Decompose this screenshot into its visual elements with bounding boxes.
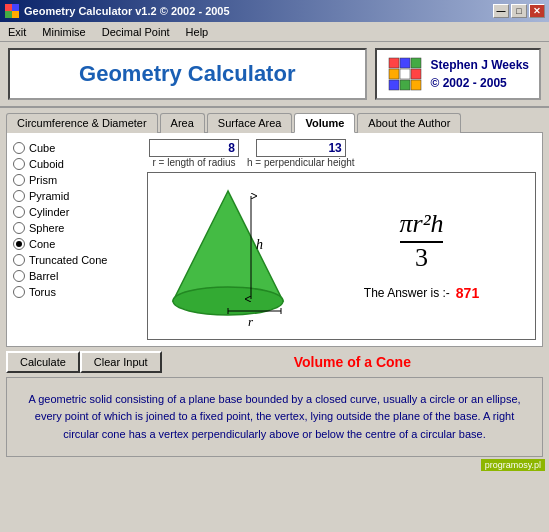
svg-rect-9 bbox=[411, 69, 421, 79]
shape-label-prism: Prism bbox=[29, 174, 57, 186]
radio-prism[interactable] bbox=[13, 174, 25, 186]
tab-area[interactable]: Area bbox=[160, 113, 205, 133]
description-area: A geometric solid consisting of a plane … bbox=[6, 377, 543, 457]
shape-list: Cube Cuboid Prism Pyramid Cylinder Spher… bbox=[13, 139, 143, 340]
svg-rect-3 bbox=[12, 11, 19, 18]
height-label: h = perpendicular height bbox=[247, 157, 355, 168]
svg-marker-13 bbox=[173, 191, 283, 301]
header-title-box: Geometry Calculator bbox=[8, 48, 367, 100]
calculate-button[interactable]: Calculate bbox=[6, 351, 80, 373]
right-panel: r = length of radius h = perpendicular h… bbox=[147, 139, 536, 340]
tab-circumference[interactable]: Circumference & Diameter bbox=[6, 113, 158, 133]
radio-torus[interactable] bbox=[13, 286, 25, 298]
header-area: Geometry Calculator Stephen J Weeks © 20… bbox=[0, 42, 549, 108]
answer-label: The Answer is :- bbox=[364, 286, 450, 300]
shape-label-cylinder: Cylinder bbox=[29, 206, 69, 218]
shape-item-prism[interactable]: Prism bbox=[13, 173, 143, 187]
tabs-bar: Circumference & Diameter Area Surface Ar… bbox=[0, 108, 549, 132]
radio-cone[interactable] bbox=[13, 238, 25, 250]
svg-rect-7 bbox=[389, 69, 399, 79]
svg-rect-11 bbox=[400, 80, 410, 90]
radio-cylinder[interactable] bbox=[13, 206, 25, 218]
answer-value: 871 bbox=[456, 285, 479, 301]
radius-label: r = length of radius bbox=[152, 157, 235, 168]
shape-name-display: Volume of a Cone bbox=[162, 354, 543, 370]
radio-barrel[interactable] bbox=[13, 270, 25, 282]
shape-item-cube[interactable]: Cube bbox=[13, 141, 143, 155]
shape-label-cuboid: Cuboid bbox=[29, 158, 64, 170]
shape-item-pyramid[interactable]: Pyramid bbox=[13, 189, 143, 203]
header-author-box: Stephen J Weeks © 2002 - 2005 bbox=[375, 48, 541, 100]
cone-svg: h r bbox=[163, 181, 293, 331]
answer-row: The Answer is :- 871 bbox=[358, 283, 485, 303]
main-content: Cube Cuboid Prism Pyramid Cylinder Spher… bbox=[6, 132, 543, 347]
maximize-button[interactable]: □ bbox=[511, 4, 527, 18]
shape-item-truncated-cone[interactable]: Truncated Cone bbox=[13, 253, 143, 267]
height-group: h = perpendicular height bbox=[247, 139, 355, 168]
tab-surface-area[interactable]: Surface Area bbox=[207, 113, 293, 133]
svg-rect-6 bbox=[411, 58, 421, 68]
radius-group: r = length of radius bbox=[149, 139, 239, 168]
app-title: Geometry Calculator bbox=[79, 61, 295, 87]
svg-rect-10 bbox=[389, 80, 399, 90]
author-copyright: © 2002 - 2005 bbox=[431, 74, 529, 92]
app-icon bbox=[4, 3, 20, 19]
cone-diagram: h r bbox=[148, 173, 308, 339]
shape-item-sphere[interactable]: Sphere bbox=[13, 221, 143, 235]
shape-label-truncated-cone: Truncated Cone bbox=[29, 254, 107, 266]
svg-rect-0 bbox=[5, 4, 12, 11]
author-info: Stephen J Weeks © 2002 - 2005 bbox=[431, 56, 529, 92]
radio-cube[interactable] bbox=[13, 142, 25, 154]
title-bar: Geometry Calculator v1.2 © 2002 - 2005 —… bbox=[0, 0, 549, 22]
radio-sphere[interactable] bbox=[13, 222, 25, 234]
radio-pyramid[interactable] bbox=[13, 190, 25, 202]
visualization-box: h r bbox=[147, 172, 536, 340]
buttons-row: Calculate Clear Input Volume of a Cone bbox=[6, 347, 543, 377]
title-bar-buttons: — □ ✕ bbox=[493, 4, 545, 18]
shape-label-torus: Torus bbox=[29, 286, 56, 298]
author-name: Stephen J Weeks bbox=[431, 56, 529, 74]
description-text: A geometric solid consisting of a plane … bbox=[19, 391, 530, 444]
menu-minimise[interactable]: Minimise bbox=[38, 24, 89, 40]
radio-truncated-cone[interactable] bbox=[13, 254, 25, 266]
formula-numerator: πr²h bbox=[400, 209, 444, 243]
shape-item-cuboid[interactable]: Cuboid bbox=[13, 157, 143, 171]
radio-cuboid[interactable] bbox=[13, 158, 25, 170]
shape-label-cone: Cone bbox=[29, 238, 55, 250]
svg-rect-2 bbox=[5, 11, 12, 18]
shape-label-cube: Cube bbox=[29, 142, 55, 154]
shape-item-barrel[interactable]: Barrel bbox=[13, 269, 143, 283]
minimize-button[interactable]: — bbox=[493, 4, 509, 18]
svg-rect-4 bbox=[389, 58, 399, 68]
shape-label-pyramid: Pyramid bbox=[29, 190, 69, 202]
shape-item-cylinder[interactable]: Cylinder bbox=[13, 205, 143, 219]
clear-input-button[interactable]: Clear Input bbox=[80, 351, 162, 373]
shape-item-torus[interactable]: Torus bbox=[13, 285, 143, 299]
menu-decimal-point[interactable]: Decimal Point bbox=[98, 24, 174, 40]
shape-label-barrel: Barrel bbox=[29, 270, 58, 282]
svg-rect-8 bbox=[400, 69, 410, 79]
rubik-icon bbox=[387, 56, 423, 92]
svg-text:h: h bbox=[256, 237, 263, 252]
title-bar-left: Geometry Calculator v1.2 © 2002 - 2005 bbox=[4, 3, 230, 19]
svg-text:r: r bbox=[248, 314, 254, 329]
height-input[interactable] bbox=[256, 139, 346, 157]
watermark: programosy.pl bbox=[481, 459, 545, 471]
formula-denominator: 3 bbox=[415, 243, 428, 273]
svg-rect-12 bbox=[411, 80, 421, 90]
shape-label-sphere: Sphere bbox=[29, 222, 64, 234]
formula-area: πr²h 3 The Answer is :- 871 bbox=[308, 173, 535, 339]
inputs-row: r = length of radius h = perpendicular h… bbox=[147, 139, 536, 168]
close-button[interactable]: ✕ bbox=[529, 4, 545, 18]
menu-exit[interactable]: Exit bbox=[4, 24, 30, 40]
shape-item-cone[interactable]: Cone bbox=[13, 237, 143, 251]
tab-volume[interactable]: Volume bbox=[294, 113, 355, 133]
menu-bar: Exit Minimise Decimal Point Help bbox=[0, 22, 549, 42]
tab-about[interactable]: About the Author bbox=[357, 113, 461, 133]
svg-rect-1 bbox=[12, 4, 19, 11]
title-bar-text: Geometry Calculator v1.2 © 2002 - 2005 bbox=[24, 5, 230, 17]
radius-input[interactable] bbox=[149, 139, 239, 157]
bottom-bar: programosy.pl bbox=[0, 457, 549, 473]
menu-help[interactable]: Help bbox=[182, 24, 213, 40]
svg-rect-5 bbox=[400, 58, 410, 68]
